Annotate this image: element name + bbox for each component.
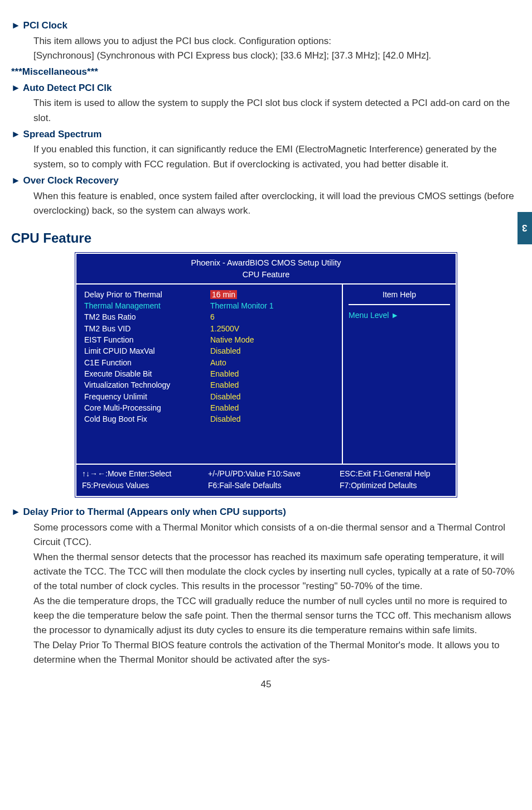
bios-label: Frequency Unlimit [84, 391, 210, 402]
bios-row: TM2 Bus Ratio6 [84, 311, 335, 322]
bios-label: TM2 Bus VID [84, 323, 210, 334]
bios-row: Limit CPUID MaxValDisabled [84, 345, 335, 356]
bios-options-panel: Delay Prior to Thermal16 min Thermal Man… [76, 285, 343, 464]
bios-screenshot: Phoenix - AwardBIOS CMOS Setup Utility C… [75, 253, 457, 497]
bios-label: C1E Function [84, 357, 210, 368]
bios-row: Thermal ManagementThermal Monitor 1 [84, 300, 335, 311]
bios-footer: ↑↓→←:Move Enter:Select F5:Previous Value… [76, 465, 456, 496]
bios-val: Auto [210, 357, 335, 368]
bios-val: Thermal Monitor 1 [210, 300, 335, 311]
text-delay-p2: When the thermal sensor detects that the… [33, 550, 521, 594]
bios-row: Core Multi-ProcessingEnabled [84, 402, 335, 413]
bios-label: Thermal Management [84, 300, 210, 311]
heading-over-clock-recovery: ► Over Clock Recovery [11, 173, 521, 188]
heading-delay-prior: ► Delay Prior to Thermal (Appears only w… [11, 505, 521, 519]
bios-footer-value: +/-/PU/PD:Value F10:Save [208, 468, 340, 480]
bios-val: Native Mode [210, 334, 335, 345]
bios-footer-move: ↑↓→←:Move Enter:Select [82, 468, 208, 480]
heading-cpu-feature: CPU Feature [11, 228, 521, 248]
bios-val: Enabled [210, 379, 335, 390]
bios-row: EIST FunctionNative Mode [84, 334, 335, 345]
bios-footer-prev: F5:Previous Values [82, 480, 208, 491]
bios-menu-level: Menu Level ► [349, 310, 450, 321]
bios-label: Delay Prior to Thermal [84, 289, 210, 300]
bios-label: Core Multi-Processing [84, 402, 210, 413]
bios-help-panel: Item Help Menu Level ► [343, 285, 456, 464]
bios-val: 6 [210, 311, 335, 322]
text-spread-spectrum: If you enabled this function, it can sig… [33, 142, 521, 172]
bios-row: C1E FunctionAuto [84, 357, 335, 368]
bios-help-title: Item Help [349, 289, 450, 305]
bios-footer-failsafe: F6:Fail-Safe Defaults [208, 480, 340, 491]
bios-title: Phoenix - AwardBIOS CMOS Setup Utility C… [76, 254, 456, 283]
bios-val: Enabled [210, 368, 335, 379]
bios-label: Virtualization Technology [84, 379, 210, 390]
bios-footer-exit: ESC:Exit F1:General Help [340, 468, 450, 480]
bios-val: 16 min [210, 289, 335, 300]
bios-footer-optimized: F7:Optimized Defaults [340, 480, 450, 491]
text-delay-p4: The Delay Prior To Thermal BIOS feature … [33, 638, 521, 668]
text-auto-detect: This item is used to allow the system to… [33, 96, 521, 126]
heading-auto-detect: ► Auto Detect PCI Clk [11, 81, 521, 95]
heading-miscellaneous: ***Miscellaneous*** [11, 65, 521, 79]
bios-val: Disabled [210, 413, 335, 425]
text-delay-p1: Some processors come with a Thermal Moni… [33, 520, 521, 550]
text-pci-clock-1: This item allows you to adjust the PCI b… [33, 34, 521, 49]
bios-val: Disabled [210, 345, 335, 356]
bios-label: Cold Bug Boot Fix [84, 413, 210, 425]
bios-label: Limit CPUID MaxVal [84, 345, 210, 356]
bios-row: Cold Bug Boot FixDisabled [84, 413, 335, 425]
chapter-tab: 3 [518, 212, 532, 244]
text-over-clock-recovery: When this feature is enabled, once syste… [33, 189, 521, 219]
bios-val: Disabled [210, 391, 335, 402]
heading-pci-clock: ► PCI Clock [11, 18, 521, 33]
heading-spread-spectrum: ► Spread Spectrum [11, 127, 521, 142]
bios-row: Frequency UnlimitDisabled [84, 391, 335, 402]
page-number: 45 [11, 677, 521, 692]
bios-row: TM2 Bus VID1.2500V [84, 323, 335, 334]
bios-row: Execute Disable BitEnabled [84, 368, 335, 379]
bios-val: 1.2500V [210, 323, 335, 334]
bios-label: Execute Disable Bit [84, 368, 210, 379]
bios-row: Delay Prior to Thermal16 min [84, 289, 335, 300]
bios-title-line2: CPU Feature [76, 269, 456, 280]
bios-label: TM2 Bus Ratio [84, 311, 210, 322]
bios-label: EIST Function [84, 334, 210, 345]
bios-title-line1: Phoenix - AwardBIOS CMOS Setup Utility [76, 257, 456, 268]
bios-val: Enabled [210, 402, 335, 413]
bios-row: Virtualization TechnologyEnabled [84, 379, 335, 390]
text-pci-clock-2: [Synchronous] (Synchronous with PCI Expr… [33, 49, 521, 63]
text-delay-p3: As the die temperature drops, the TCC wi… [33, 594, 521, 638]
